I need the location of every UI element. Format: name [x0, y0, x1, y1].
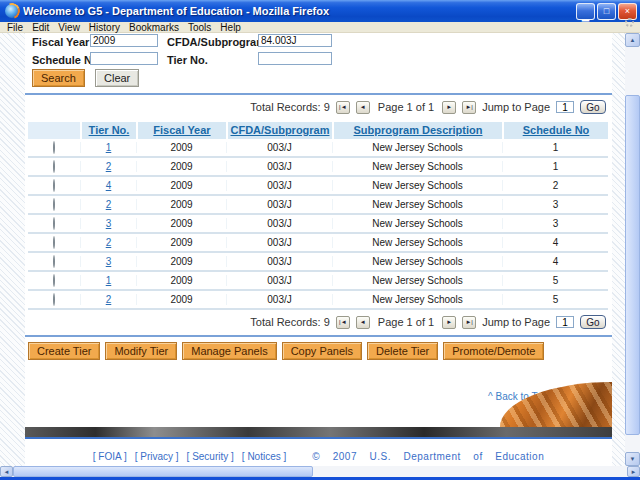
row-radio-button[interactable] [53, 236, 55, 249]
menubar: File Edit View History Bookmarks Tools H… [0, 22, 640, 33]
next-page-button[interactable]: ► [442, 101, 456, 114]
copy-panels-button[interactable]: Copy Panels [282, 342, 362, 360]
scroll-left-button[interactable]: ◄ [0, 466, 13, 477]
last-page-button[interactable]: ►| [462, 101, 476, 114]
schedule-no-input[interactable] [90, 52, 158, 65]
cfda-cell: 003/J [226, 218, 332, 229]
create-tier-button[interactable]: Create Tier [28, 342, 100, 360]
horizontal-scroll-thumb[interactable] [13, 466, 313, 477]
schedule-cell: 3 [502, 218, 608, 229]
row-radio-button[interactable] [53, 255, 55, 268]
menu-history[interactable]: History [89, 22, 120, 33]
jump-to-page-input[interactable] [556, 101, 574, 113]
metallic-band [25, 427, 612, 439]
modify-tier-button[interactable]: Modify Tier [105, 342, 177, 360]
fiscal-year-cell: 2009 [136, 142, 226, 153]
maximize-button[interactable]: □ [597, 3, 616, 20]
total-records: Total Records: 9 [250, 101, 329, 113]
row-radio-button[interactable] [53, 141, 55, 154]
tier-no-input[interactable] [258, 52, 332, 65]
schedule-cell: 5 [502, 275, 608, 286]
fiscal-year-input[interactable] [90, 34, 158, 47]
minimize-button[interactable]: ▁ [576, 3, 595, 20]
next-page-icon: ► [446, 319, 452, 325]
minimize-icon: ▁ [582, 13, 589, 19]
menu-edit[interactable]: Edit [32, 22, 49, 33]
last-page-button[interactable]: ►| [462, 316, 476, 329]
tier-link[interactable]: 3 [106, 256, 112, 267]
scroll-down-button[interactable]: ▼ [625, 452, 640, 466]
security-link[interactable]: [ Security ] [187, 451, 234, 462]
scroll-right-icon: ► [631, 469, 637, 475]
schedule-column-header[interactable]: Schedule No [502, 122, 608, 139]
prev-page-button[interactable]: ◄ [356, 316, 370, 329]
row-radio-button[interactable] [53, 160, 55, 173]
tier-link[interactable]: 2 [106, 294, 112, 305]
tier-actions: Create Tier Modify Tier Manage Panels Co… [28, 342, 544, 360]
last-page-icon: ►| [465, 104, 473, 110]
prev-page-button[interactable]: ◄ [356, 101, 370, 114]
tier-no-column-header[interactable]: Tier No. [80, 122, 136, 139]
description-cell: New Jersey Schools [332, 294, 502, 305]
cfda-subprogram-input[interactable] [258, 34, 332, 47]
fiscal-year-cell: 2009 [136, 237, 226, 248]
manage-panels-button[interactable]: Manage Panels [182, 342, 276, 360]
tier-link[interactable]: 1 [106, 142, 112, 153]
tier-link[interactable]: 2 [106, 199, 112, 210]
description-cell: New Jersey Schools [332, 180, 502, 191]
row-radio-button[interactable] [53, 274, 55, 287]
row-radio-button[interactable] [53, 179, 55, 192]
description-column-header[interactable]: Subprogram Description [332, 122, 502, 139]
horizontal-scrollbar[interactable]: ◄ ► [0, 466, 640, 477]
menu-file[interactable]: File [7, 22, 23, 33]
cfda-cell: 003/J [226, 161, 332, 172]
window-controls: ▁ □ × [576, 3, 637, 20]
scroll-up-button[interactable]: ▲ [625, 33, 640, 47]
fiscal-year-cell: 2009 [136, 180, 226, 191]
tier-link[interactable]: 1 [106, 275, 112, 286]
first-page-button[interactable]: |◄ [336, 101, 350, 114]
classroom-photo [500, 382, 612, 427]
tier-link[interactable]: 2 [106, 161, 112, 172]
delete-tier-button[interactable]: Delete Tier [367, 342, 438, 360]
menu-bookmarks[interactable]: Bookmarks [129, 22, 179, 33]
close-button[interactable]: × [618, 3, 637, 20]
vertical-scrollbar[interactable]: ▲ ▼ [625, 33, 640, 466]
scroll-right-button[interactable]: ► [627, 466, 640, 477]
clear-button[interactable]: Clear [95, 69, 139, 87]
schedule-cell: 1 [502, 161, 608, 172]
next-page-button[interactable]: ► [442, 316, 456, 329]
first-page-button[interactable]: |◄ [336, 316, 350, 329]
row-radio-button[interactable] [53, 217, 55, 230]
table-row: 2 2009 003/J New Jersey Schools 1 [28, 158, 608, 177]
menu-help[interactable]: Help [220, 22, 241, 33]
menu-tools[interactable]: Tools [188, 22, 211, 33]
privacy-link[interactable]: [ Privacy ] [135, 451, 179, 462]
fiscal-year-cell: 2009 [136, 161, 226, 172]
menu-view[interactable]: View [58, 22, 80, 33]
schedule-cell: 4 [502, 237, 608, 248]
foia-link[interactable]: [ FOIA ] [93, 451, 127, 462]
tier-link[interactable]: 3 [106, 218, 112, 229]
page-status: Page 1 of 1 [378, 101, 434, 113]
notices-link[interactable]: [ Notices ] [242, 451, 286, 462]
tier-link[interactable]: 2 [106, 237, 112, 248]
tier-link[interactable]: 4 [106, 180, 112, 191]
vertical-scroll-thumb[interactable] [625, 95, 640, 435]
schedule-cell: 2 [502, 180, 608, 191]
row-radio-button[interactable] [53, 293, 55, 306]
tier-no-label: Tier No. [167, 54, 208, 66]
firefox-icon [5, 4, 19, 18]
row-radio-button[interactable] [53, 198, 55, 211]
search-button[interactable]: Search [32, 69, 85, 87]
cfda-column-header[interactable]: CFDA/Subprogram [226, 122, 332, 139]
go-button[interactable]: Go [580, 100, 606, 114]
pagination-bottom: Total Records: 9 |◄ ◄ Page 1 of 1 ► ►| J… [250, 314, 606, 330]
fiscal-year-column-header[interactable]: Fiscal Year [136, 122, 226, 139]
go-button[interactable]: Go [580, 315, 606, 329]
jump-to-page-input[interactable] [556, 316, 574, 328]
promote-demote-button[interactable]: Promote/Demote [443, 342, 544, 360]
fiscal-year-cell: 2009 [136, 256, 226, 267]
titlebar[interactable]: Welcome to G5 - Department of Education … [0, 0, 640, 22]
table-row: 2 2009 003/J New Jersey Schools 3 [28, 196, 608, 215]
